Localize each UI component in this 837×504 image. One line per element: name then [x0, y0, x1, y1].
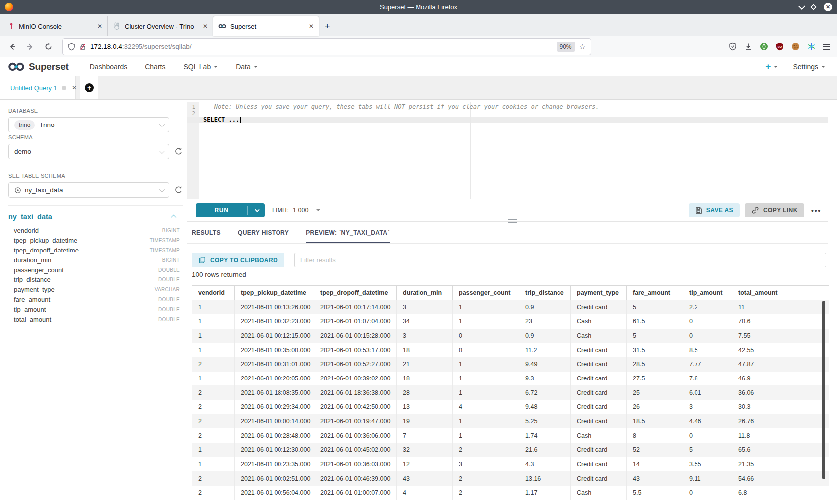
account-shield-icon[interactable] — [729, 42, 737, 51]
tab-results[interactable]: RESULTS — [192, 222, 221, 243]
nav-data[interactable]: Data — [236, 63, 258, 71]
column-type: DOUBLE — [158, 297, 180, 302]
schema-column-row[interactable]: total_amountDOUBLE — [8, 314, 183, 324]
schema-column-row[interactable]: payment_typeVARCHAR — [8, 285, 183, 295]
column-header-cell[interactable]: payment_type — [571, 286, 627, 300]
downloads-icon[interactable] — [744, 42, 752, 51]
copy-link-button[interactable]: COPY LINK — [745, 203, 804, 217]
browser-new-tab-button[interactable]: + — [319, 16, 336, 36]
ublock-origin-icon[interactable]: uO — [776, 42, 784, 51]
table-row[interactable]: 12021-06-01 00:20:05.0002021-06-01 00:39… — [192, 372, 829, 386]
column-header-cell[interactable]: fare_amount — [627, 286, 683, 300]
tab-close-icon[interactable]: ✕ — [97, 23, 102, 30]
cookie-manager-icon[interactable] — [791, 42, 800, 51]
superset-brand[interactable]: Superset — [8, 61, 69, 72]
forward-button[interactable] — [23, 39, 38, 54]
chevron-down-icon — [316, 209, 320, 211]
column-header-cell[interactable]: total_amount — [732, 286, 829, 300]
table-row[interactable]: 22021-06-01 00:31:01.0002021-06-01 00:52… — [192, 357, 829, 372]
collapse-chevron-icon[interactable] — [171, 215, 176, 220]
column-header-cell[interactable]: passenger_count — [453, 286, 519, 300]
tab-preview[interactable]: PREVIEW: `NY_TAXI_DATA` — [306, 222, 390, 243]
url-text[interactable]: 172.18.0.4:32295/superset/sqllab/ — [90, 43, 553, 50]
new-item-button[interactable]: + — [765, 62, 778, 71]
table-cell: Cash — [571, 428, 627, 443]
window-maximize-button[interactable] — [810, 4, 817, 10]
schema-column-row[interactable]: passenger_countDOUBLE — [8, 265, 183, 275]
refresh-schema-button[interactable] — [174, 147, 183, 156]
tab-query-history[interactable]: QUERY HISTORY — [238, 222, 289, 243]
column-header-cell[interactable]: tpep_dropoff_datetime — [314, 286, 397, 300]
database-select[interactable]: trino Trino — [8, 117, 169, 132]
query-tab[interactable]: Untitled Query 1 ✕ — [0, 76, 76, 99]
schema-column-row[interactable]: vendoridBIGINT — [8, 226, 183, 236]
schema-column-row[interactable]: trip_distanceDOUBLE — [8, 275, 183, 285]
table-cell: 30.3 — [732, 400, 829, 414]
query-tab-close-icon[interactable]: ✕ — [72, 84, 77, 91]
table-row[interactable]: 22021-06-01 00:00:14.0002021-06-01 00:19… — [192, 414, 829, 429]
back-button[interactable] — [5, 39, 20, 54]
sql-editor[interactable]: 1 2 3 -- Note: Unless you save your quer… — [187, 102, 828, 199]
table-row[interactable]: 12021-06-01 00:23:35.0002021-06-01 00:36… — [192, 457, 829, 472]
menu-hamburger-icon[interactable] — [823, 44, 830, 50]
browser-tab-superset[interactable]: Superset ✕ — [213, 16, 319, 36]
divider — [8, 205, 183, 206]
nav-charts[interactable]: Charts — [145, 63, 165, 71]
extension-icon-colorful[interactable] — [807, 42, 816, 51]
results-table-container: vendoridtpep_pickup_datetimetpep_dropoff… — [192, 285, 829, 504]
tab-close-icon[interactable]: ✕ — [309, 23, 314, 30]
limit-dropdown[interactable]: LIMIT: 1 000 — [272, 207, 320, 214]
insecure-lock-icon[interactable] — [79, 43, 86, 51]
nav-sql-lab[interactable]: SQL Lab — [183, 63, 218, 71]
column-header-cell[interactable]: tip_amount — [683, 286, 732, 300]
shield-permissions-icon[interactable] — [68, 43, 75, 51]
column-header-cell[interactable]: vendorid — [192, 286, 235, 300]
window-minimize-button[interactable] — [798, 2, 805, 9]
table-cell: 21 — [397, 357, 453, 372]
table-row[interactable]: 12021-06-01 00:32:23.0002021-06-01 01:07… — [192, 314, 829, 329]
settings-menu[interactable]: Settings — [793, 63, 825, 71]
schema-select[interactable]: demo — [8, 144, 169, 159]
filter-results-input[interactable] — [294, 253, 826, 267]
table-row[interactable]: 12021-06-01 00:12:15.0002021-06-01 00:15… — [192, 329, 829, 343]
browser-tab-trino[interactable]: Cluster Overview - Trino ✕ — [108, 16, 213, 36]
table-row[interactable]: 12021-06-01 00:35:00.0002021-06-01 00:53… — [192, 343, 829, 357]
run-options-caret[interactable] — [248, 203, 265, 217]
extension-icon-green[interactable] — [760, 42, 768, 51]
add-query-tab-button[interactable]: + — [80, 76, 98, 99]
table-row[interactable]: 22021-06-01 00:28:48.0002021-06-01 00:36… — [192, 428, 829, 443]
save-as-button[interactable]: SAVE AS — [689, 203, 740, 217]
column-header-cell[interactable]: tpep_pickup_datetime — [235, 286, 314, 300]
schema-column-row[interactable]: duration_minBIGINT — [8, 255, 183, 265]
zoom-level-badge[interactable]: 90% — [557, 42, 575, 52]
browser-tab-minio[interactable]: MinIO Console ✕ — [2, 16, 108, 36]
schema-column-row[interactable]: tpep_dropoff_datetimeTIMESTAMP — [8, 246, 183, 255]
schema-table-name[interactable]: ny_taxi_data — [8, 213, 52, 221]
column-header-cell[interactable]: trip_distance — [519, 286, 571, 300]
table-cell: 2 — [192, 471, 235, 486]
schema-column-row[interactable]: tip_amountDOUBLE — [8, 304, 183, 314]
window-close-button[interactable]: ✕ — [824, 3, 832, 11]
refresh-table-button[interactable] — [174, 186, 183, 194]
copy-to-clipboard-button[interactable]: COPY TO CLIPBOARD — [192, 253, 284, 267]
reload-button[interactable] — [41, 39, 56, 54]
bookmark-star-icon[interactable]: ☆ — [579, 42, 586, 51]
column-header-cell[interactable]: duration_min — [397, 286, 453, 300]
table-row[interactable]: 12021-06-01 00:13:26.0002021-06-01 00:17… — [192, 300, 829, 315]
nav-dashboards[interactable]: Dashboards — [90, 63, 128, 71]
table-cell: 2021-06-01 18:08:35.000 — [235, 385, 314, 400]
more-options-button[interactable]: ••• — [811, 206, 821, 215]
url-bar[interactable]: 172.18.0.4:32295/superset/sqllab/ 90% ☆ — [63, 39, 591, 55]
table-row[interactable]: 22021-06-01 18:08:35.0002021-06-01 18:36… — [192, 385, 829, 400]
run-button[interactable]: RUN — [196, 203, 265, 217]
schema-column-row[interactable]: fare_amountDOUBLE — [8, 295, 183, 305]
query-tab-title: Untitled Query 1 — [10, 84, 57, 92]
table-row[interactable]: 22021-06-01 00:02:51.0002021-06-01 00:46… — [192, 471, 829, 486]
table-row[interactable]: 12021-06-01 00:12:30.0002021-06-01 00:45… — [192, 443, 829, 457]
schema-column-row[interactable]: tpep_pickup_datetimeTIMESTAMP — [8, 236, 183, 246]
table-row[interactable]: 22021-06-01 00:56:04.0002021-06-01 01:00… — [192, 486, 829, 500]
tab-close-icon[interactable]: ✕ — [203, 23, 208, 30]
table-row[interactable]: 22021-06-01 00:29:34.0002021-06-01 00:42… — [192, 400, 829, 414]
table-scrollbar[interactable] — [822, 301, 825, 479]
table-select[interactable]: ny_taxi_data — [8, 182, 169, 198]
